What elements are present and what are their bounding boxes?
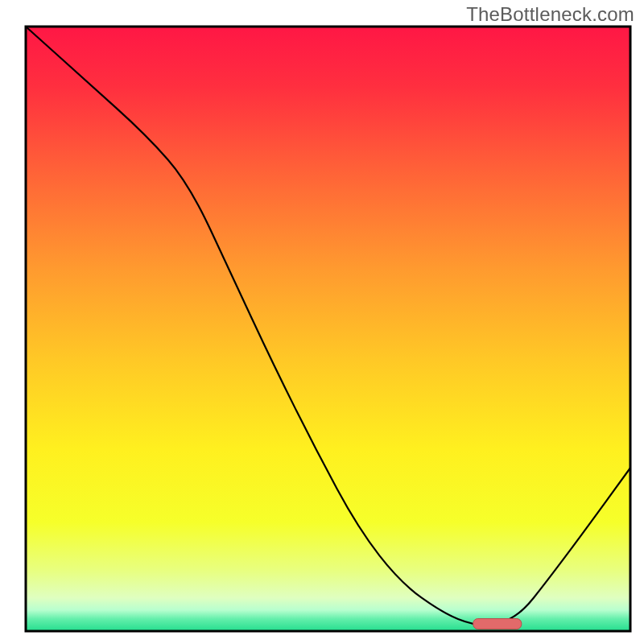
chart-frame: TheBottleneck.com	[0, 0, 644, 644]
bottleneck-chart	[0, 0, 644, 644]
plot-background	[26, 27, 630, 631]
optimal-marker	[473, 618, 522, 629]
